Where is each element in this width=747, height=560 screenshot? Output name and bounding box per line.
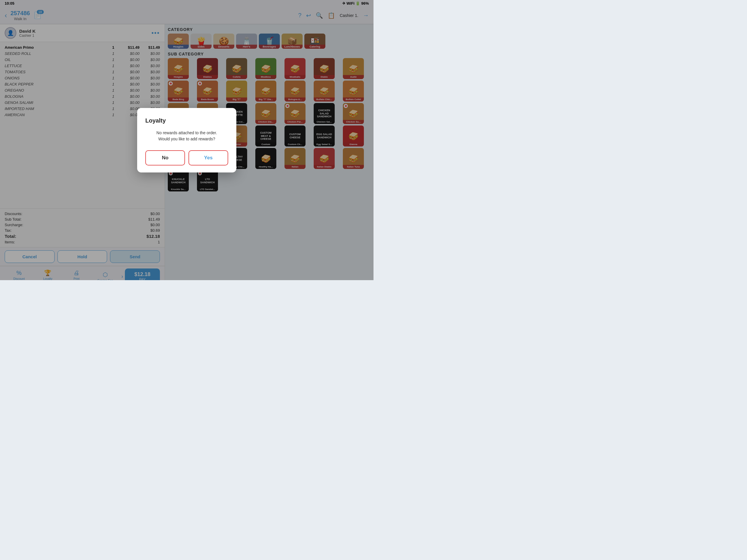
modal-overlay: Loyalty No rewards attached to the order…: [0, 0, 374, 280]
modal-body: No rewards attached to the order.Would y…: [145, 130, 228, 142]
modal-buttons: No Yes: [145, 150, 228, 166]
loyalty-modal: Loyalty No rewards attached to the order…: [137, 108, 236, 173]
modal-title: Loyalty: [145, 117, 228, 124]
yes-button[interactable]: Yes: [188, 150, 228, 166]
no-button[interactable]: No: [145, 150, 185, 166]
